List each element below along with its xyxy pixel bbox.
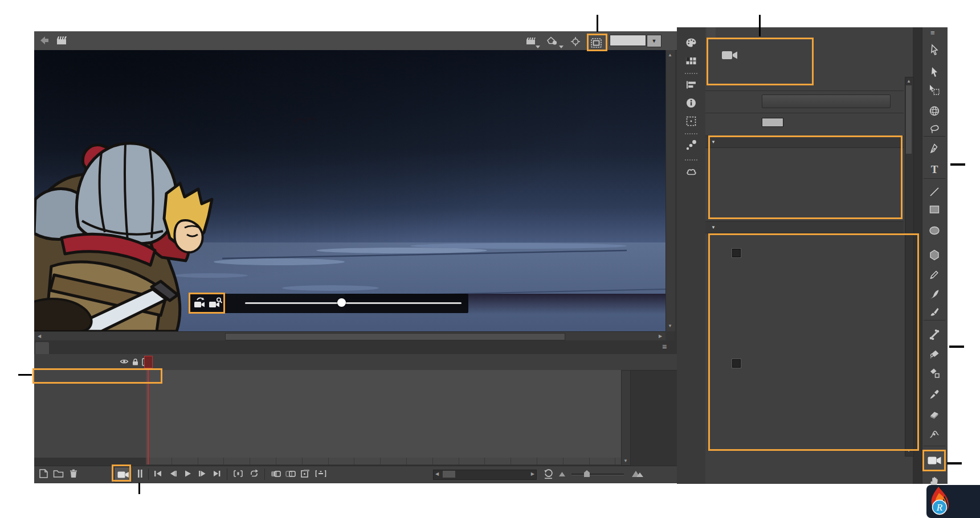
playhead[interactable] (148, 368, 149, 464)
subselection-tool[interactable] (928, 66, 941, 79)
edit-multiple-frames-button[interactable] (300, 468, 311, 479)
onion-skin-button[interactable] (270, 468, 281, 479)
scroll-up-icon[interactable]: ▲ (666, 51, 674, 59)
scrollbar-thumb[interactable] (225, 333, 565, 340)
go-to-first-frame-button[interactable] (153, 468, 163, 479)
oval-tool[interactable] (928, 224, 941, 237)
stage-zoom-dropdown-button[interactable]: ▼ (647, 35, 662, 47)
timeline-zoom-slider[interactable] (571, 474, 624, 475)
ink-bottle-tool[interactable] (928, 367, 941, 379)
edit-scene-button[interactable] (525, 35, 538, 47)
pencil-tool[interactable] (928, 268, 941, 281)
tab-properties[interactable] (707, 27, 716, 39)
loop-playback-button[interactable] (248, 468, 260, 479)
scroll-down-icon[interactable]: ▼ (622, 457, 630, 465)
timeline-panel-menu-icon[interactable]: ≡ (662, 342, 667, 351)
align-panel-icon[interactable] (685, 79, 697, 91)
color-panel-icon[interactable] (685, 36, 697, 49)
show-parenting-view-button[interactable] (137, 468, 144, 479)
timeline-horizontal-scrollbar[interactable]: ◀ ▶ (433, 470, 537, 480)
tab-library[interactable] (749, 27, 758, 39)
adjust-color-checkbox[interactable] (732, 359, 741, 368)
play-button[interactable] (182, 468, 193, 479)
edit-scene-dropdown-icon[interactable] (536, 46, 540, 48)
scroll-right-icon[interactable]: ▶ (531, 470, 534, 478)
width-tool[interactable] (928, 428, 941, 441)
new-layer-button[interactable] (39, 468, 49, 479)
tint-checkbox[interactable] (732, 249, 741, 257)
3d-rotation-tool[interactable] (928, 105, 941, 117)
line-tool[interactable] (928, 186, 941, 198)
back-arrow-icon[interactable] (39, 36, 49, 45)
hand-tool[interactable] (928, 474, 941, 486)
bone-tool[interactable] (928, 328, 941, 341)
eraser-tool[interactable] (928, 408, 941, 421)
camera-toggle-button[interactable] (591, 38, 606, 48)
pen-tool[interactable] (928, 143, 941, 155)
step-forward-button[interactable] (197, 468, 207, 479)
camera-tool[interactable] (925, 452, 944, 469)
lock-column-icon[interactable] (132, 358, 138, 365)
collapse-triangle-icon[interactable]: ▼ (711, 222, 716, 233)
lasso-tool[interactable] (928, 123, 941, 135)
camera-zoom-slider-thumb[interactable] (337, 298, 346, 307)
scroll-up-icon[interactable]: ▲ (905, 79, 912, 84)
edit-symbols-button[interactable] (546, 35, 560, 47)
transform-panel-icon[interactable] (685, 115, 697, 128)
scrollbar-thumb[interactable] (443, 471, 455, 478)
text-tool[interactable]: T (928, 163, 941, 176)
swatches-panel-icon[interactable] (685, 55, 697, 67)
frame-ruler[interactable] (146, 354, 621, 370)
info-panel-icon[interactable] (685, 97, 697, 109)
stage-horizontal-scrollbar[interactable]: ◀ ▶ (34, 331, 665, 341)
free-transform-tool[interactable] (928, 84, 941, 96)
paint-brush-tool[interactable] (928, 288, 941, 301)
center-stage-button[interactable] (570, 36, 581, 47)
dock-grip[interactable] (685, 73, 697, 74)
motion-presets-panel-icon[interactable] (685, 139, 697, 151)
section-camera-color-effects[interactable]: ▼ (705, 221, 904, 233)
tab-timeline[interactable] (35, 342, 49, 354)
stage-zoom-select[interactable] (610, 35, 646, 46)
modify-markers-button[interactable] (315, 468, 327, 479)
scroll-down-icon[interactable]: ▼ (905, 448, 912, 453)
stage-vertical-scrollbar[interactable]: ▲ ▼ (665, 50, 675, 331)
tab-output[interactable] (70, 342, 83, 354)
timeline-zoom-in-icon[interactable] (631, 470, 644, 478)
scroll-down-icon[interactable]: ▼ (666, 322, 674, 330)
stage-color-swatch[interactable] (762, 118, 783, 127)
visibility-column-eye-icon[interactable] (120, 358, 129, 365)
onion-skin-outlines-button[interactable] (285, 468, 296, 479)
step-back-button[interactable] (168, 468, 178, 479)
creative-cloud-panel-icon[interactable] (685, 165, 699, 178)
scroll-right-icon[interactable]: ▶ (656, 332, 664, 340)
edit-symbols-dropdown-icon[interactable] (559, 46, 564, 48)
new-folder-button[interactable] (53, 468, 64, 479)
dock-grip[interactable] (685, 133, 697, 134)
dock-grip[interactable] (685, 159, 697, 161)
go-to-last-frame-button[interactable] (212, 468, 222, 479)
paint-bucket-tool[interactable] (928, 348, 941, 361)
properties-scrollbar[interactable]: ▲ ▼ (905, 77, 914, 457)
selection-tool[interactable] (928, 44, 941, 56)
scrollbar-thumb[interactable] (906, 85, 912, 154)
add-camera-button[interactable] (114, 467, 132, 483)
reset-timeline-zoom-button[interactable] (543, 468, 554, 480)
polystar-tool[interactable] (928, 249, 941, 261)
center-frame-button[interactable] (232, 468, 244, 479)
delete-layer-button[interactable] (68, 468, 79, 479)
section-camera-properties[interactable]: ▼ (705, 135, 904, 148)
rectangle-tool[interactable] (928, 203, 941, 216)
stage-canvas[interactable] (34, 50, 665, 331)
timeline-zoom-slider-thumb[interactable] (584, 470, 590, 477)
scroll-left-icon[interactable]: ◀ (35, 332, 43, 340)
timeline-vertical-scrollbar[interactable]: ▼ (621, 370, 631, 466)
brush-tool[interactable] (928, 306, 941, 318)
scroll-left-icon[interactable]: ◀ (435, 470, 439, 478)
advanced-settings-button[interactable] (762, 94, 891, 108)
eyedropper-tool[interactable] (928, 388, 941, 401)
collapse-triangle-icon[interactable]: ▼ (711, 137, 716, 148)
camera-rotate-button[interactable] (194, 297, 207, 310)
tools-panel-menu-icon[interactable]: ≡ (930, 28, 935, 37)
camera-zoom-slider-track[interactable] (245, 302, 462, 304)
